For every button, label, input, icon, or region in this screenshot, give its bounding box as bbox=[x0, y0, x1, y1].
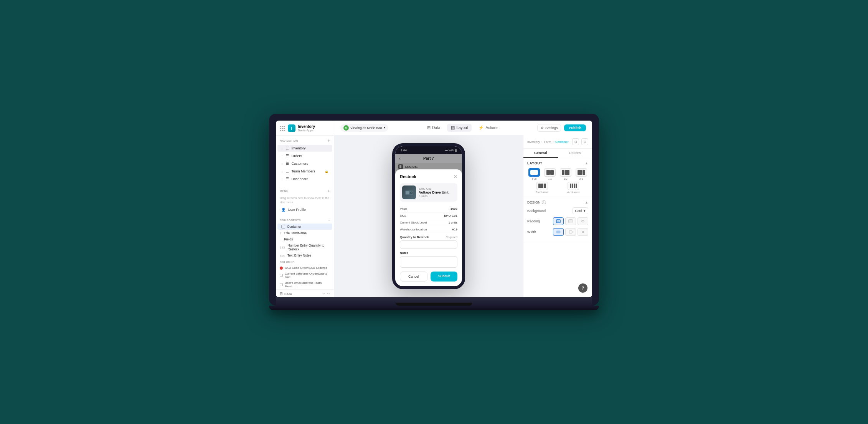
breadcrumb-form: Form bbox=[544, 140, 551, 144]
publish-button[interactable]: Publish bbox=[564, 124, 586, 131]
sidebar-item-customers[interactable]: :: ☰ Customers bbox=[277, 160, 332, 167]
drag-handle: :: bbox=[281, 154, 283, 158]
nav-label-customers: Customers bbox=[291, 162, 308, 166]
tab-layout-label: Layout bbox=[456, 126, 468, 130]
number-icon: 123 bbox=[280, 246, 285, 249]
layout-grid-row2: 3 columns bbox=[527, 182, 588, 194]
breadcrumb-sep2: › bbox=[553, 140, 554, 144]
sidebar-item-orders[interactable]: :: ☰ Orders bbox=[277, 152, 332, 159]
column-datetime[interactable]: Current date/time Order/Date & time bbox=[276, 271, 334, 280]
price-value: $693 bbox=[451, 207, 457, 210]
undo-icon[interactable]: ↩ bbox=[322, 292, 325, 296]
layout-3col-box bbox=[536, 182, 548, 190]
submit-button[interactable]: Submit bbox=[431, 272, 457, 282]
tab-general[interactable]: General bbox=[523, 149, 558, 158]
column-sku[interactable]: SKU Code Order/SKU Ordered bbox=[276, 265, 334, 271]
component-text-entry[interactable]: abc Text Entry Notes bbox=[276, 252, 334, 258]
layout-4col-label: 4 columns bbox=[567, 191, 579, 194]
quantity-input[interactable] bbox=[400, 240, 457, 249]
component-label-fields: Fields bbox=[284, 237, 293, 241]
padding-options bbox=[553, 217, 588, 225]
modal-actions: Cancel Submit bbox=[400, 272, 457, 282]
drag-handle: :: bbox=[281, 147, 283, 150]
item-info: ERO-C51 Voltage Drive Unit 1 units bbox=[419, 187, 455, 198]
settings-button[interactable]: ⚙ Settings bbox=[537, 124, 561, 132]
width-option-1[interactable] bbox=[553, 228, 564, 236]
avatar: M bbox=[343, 125, 349, 131]
design-collapse-icon[interactable]: ▲ bbox=[585, 200, 588, 204]
sidebar-item-inventory[interactable]: :: ☰ Inventory bbox=[277, 145, 332, 152]
layout-12[interactable]: 1:2 bbox=[559, 168, 573, 180]
layout-4col[interactable]: 4 columns bbox=[559, 182, 589, 194]
calendar-icon bbox=[280, 274, 283, 277]
column-email[interactable]: User's email address Team Memb... bbox=[276, 280, 334, 289]
layout-3col-label: 3 columns bbox=[536, 191, 548, 194]
background-dropdown[interactable]: Card ▾ bbox=[573, 207, 588, 214]
layout-grid: Full bbox=[527, 168, 588, 180]
tab-actions[interactable]: ⚡ Actions bbox=[475, 124, 502, 132]
tab-layout[interactable]: ▤ Layout bbox=[447, 124, 472, 132]
tab-data[interactable]: ⊞ Data bbox=[423, 124, 444, 132]
padding-option-2[interactable] bbox=[565, 217, 576, 225]
sidebar: I Inventory Tom's Apps NAVIGATION + :: ☰ bbox=[276, 121, 334, 297]
tab-options[interactable]: Options bbox=[558, 149, 592, 158]
component-title[interactable]: T Title Item/Name bbox=[276, 230, 334, 236]
viewing-label: Viewing as Marie Rao bbox=[350, 126, 382, 130]
sidebar-item-team-members[interactable]: :: ☰ Team Members 🔒 bbox=[277, 168, 332, 175]
padding-option-3[interactable] bbox=[578, 217, 588, 225]
full-bar bbox=[530, 170, 538, 175]
modal-close-button[interactable]: ✕ bbox=[454, 174, 457, 179]
nav-label-user-profile: User Profile bbox=[288, 208, 306, 212]
notes-section: Notes bbox=[400, 251, 457, 268]
background-row: Background Card ▾ bbox=[527, 207, 588, 214]
gear-icon: ⚙ bbox=[541, 126, 544, 130]
svg-rect-5 bbox=[406, 191, 409, 194]
nav-icon-orders: ☰ bbox=[286, 154, 289, 158]
copy-icon[interactable]: ⊡ bbox=[572, 138, 579, 145]
item-sku: ERO-C51 bbox=[419, 187, 455, 190]
grid-icon bbox=[280, 126, 285, 131]
padding-label: Padding bbox=[527, 219, 540, 223]
width-option-3[interactable] bbox=[578, 228, 588, 236]
sidebar-bottom: 🗄 DATA ↩ ↪ bbox=[276, 289, 334, 297]
layout-section-header: LAYOUT ▲ bbox=[527, 161, 588, 165]
layout-11-label: 1:1 bbox=[548, 177, 552, 180]
svg-rect-14 bbox=[569, 231, 572, 233]
delete-icon[interactable]: ⊟ bbox=[581, 138, 588, 145]
collapse-icon[interactable]: ▲ bbox=[585, 161, 588, 165]
add-navigation-button[interactable]: + bbox=[328, 139, 330, 143]
breadcrumb-inventory: Inventory bbox=[527, 140, 540, 144]
width-row: Width bbox=[527, 228, 588, 236]
svg-rect-12 bbox=[582, 220, 584, 222]
component-fields[interactable]: :: Fields bbox=[276, 236, 334, 242]
add-menu-button[interactable]: + bbox=[328, 189, 330, 193]
data-tab-icon: ⊞ bbox=[427, 125, 431, 130]
sidebar-item-user-profile[interactable]: 👤 User Profile bbox=[277, 206, 332, 213]
layout-21[interactable]: 2:1 bbox=[574, 168, 588, 180]
layout-3col[interactable]: 3 columns bbox=[527, 182, 557, 194]
components-label: COMPONENTS + bbox=[276, 217, 334, 223]
layout-full[interactable]: Full bbox=[527, 168, 541, 180]
column-label-datetime: Current date/time Order/Date & time bbox=[285, 272, 330, 279]
cancel-button[interactable]: Cancel bbox=[400, 272, 427, 282]
svg-rect-11 bbox=[569, 220, 573, 223]
component-container[interactable]: Container bbox=[277, 224, 332, 230]
add-component-button[interactable]: + bbox=[328, 219, 330, 222]
sidebar-item-dashboard[interactable]: :: ☰ Dashboard bbox=[277, 176, 332, 182]
padding-row: Padding bbox=[527, 217, 588, 225]
component-number-entry[interactable]: 123 Number Entry Quantity to Restock bbox=[276, 242, 334, 252]
notes-input[interactable] bbox=[400, 256, 457, 268]
nav-label-team: Team Members bbox=[291, 169, 315, 173]
width-option-2[interactable] bbox=[565, 228, 576, 236]
app-logo: I bbox=[288, 124, 295, 132]
help-button[interactable]: ? bbox=[578, 283, 587, 293]
padding-option-1[interactable] bbox=[553, 217, 564, 225]
app-subtitle: Tom's Apps bbox=[298, 129, 315, 132]
navigation-label: NAVIGATION + bbox=[276, 136, 334, 144]
layout-11[interactable]: 1:1 bbox=[543, 168, 557, 180]
nav-icon-team: ☰ bbox=[286, 169, 289, 173]
field-row-price: Price $693 bbox=[400, 205, 457, 212]
laptop-base bbox=[276, 297, 592, 306]
redo-icon[interactable]: ↪ bbox=[327, 292, 330, 296]
right-panel: Inventory › Form › Container ⊡ ⊟ bbox=[523, 135, 592, 297]
